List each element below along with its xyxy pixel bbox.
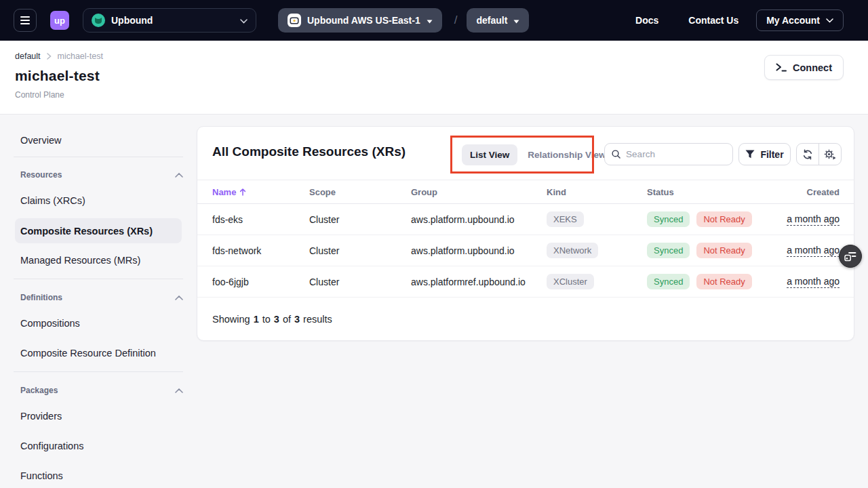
breadcrumb-root[interactable]: default (15, 52, 41, 61)
table-actions (796, 143, 842, 165)
panel-header: All Composite Resources (XRs) List View … (197, 127, 854, 180)
sidebar-section-resources[interactable]: Resources (20, 168, 183, 182)
path-separator: / (454, 14, 458, 27)
divider (14, 371, 183, 372)
list-view-tab[interactable]: List View (462, 144, 517, 165)
sidebar-item-xrd[interactable]: Composite Resource Definition (20, 345, 197, 361)
hamburger-menu-button[interactable] (14, 9, 37, 32)
cell-created: a month ago (783, 245, 840, 257)
cell-status: Synced Not Ready (647, 243, 783, 258)
search-icon (612, 149, 620, 159)
page-header: default michael-test michael-test Contro… (0, 41, 868, 115)
not-ready-badge: Not Ready (696, 211, 751, 227)
sort-ascending-icon (239, 188, 246, 196)
page-title: michael-test (15, 68, 100, 84)
sidebar-item-managed-resources[interactable]: Managed Resources (MRs) (20, 252, 197, 268)
cell-kind: XCluster (547, 274, 647, 289)
composite-resources-panel: All Composite Resources (XRs) List View … (197, 126, 854, 341)
results-total: 3 (294, 314, 300, 325)
breadcrumb: default michael-test (15, 52, 103, 61)
created-tooltip-link[interactable]: a month ago (787, 214, 840, 226)
cell-kind: XNetwork (547, 243, 647, 258)
filter-button[interactable]: Filter (738, 143, 791, 165)
chevron-up-icon (175, 173, 183, 178)
chevron-up-icon (175, 388, 183, 393)
cell-group: aws.platformref.upbound.io (411, 277, 547, 287)
page-subtitle: Control Plane (15, 90, 64, 100)
relationship-view-tab[interactable]: Relationship View (519, 144, 614, 165)
breadcrumb-current: michael-test (58, 52, 103, 61)
cell-status: Synced Not Ready (647, 274, 783, 289)
search-input[interactable] (626, 149, 726, 159)
sidebar-item-compositions[interactable]: Compositions (20, 315, 197, 331)
created-tooltip-link[interactable]: a month ago (787, 276, 840, 288)
chevron-right-icon (47, 53, 52, 60)
cell-scope: Cluster (309, 245, 411, 256)
organization-avatar-icon (92, 14, 105, 27)
results-from: 1 (254, 314, 259, 325)
sidebar-item-overview[interactable]: Overview (20, 132, 197, 148)
my-account-label: My Account (766, 15, 820, 26)
cell-name: foo-6jgjb (212, 277, 309, 287)
not-ready-badge: Not Ready (696, 274, 751, 289)
caret-down-icon (427, 15, 433, 26)
chevron-down-icon (240, 15, 248, 26)
synced-badge: Synced (647, 243, 690, 258)
top-navbar: up Upbound Upbound AWS US-East-1 / defau… (0, 0, 868, 41)
gear-play-icon (824, 149, 836, 160)
cell-group: aws.platform.upbound.io (411, 245, 547, 256)
organization-selector-label: Upbound (111, 15, 153, 26)
table-row[interactable]: fds-eks Cluster aws.platform.upbound.io … (197, 204, 854, 235)
results-to: 3 (274, 314, 279, 325)
control-plane-icon (288, 14, 301, 27)
sidebar-item-functions[interactable]: Functions (20, 468, 197, 484)
group-selector[interactable]: default (467, 8, 529, 33)
auto-refresh-settings-button[interactable] (818, 144, 841, 165)
cell-created: a month ago (783, 276, 840, 288)
cell-name: fds-network (212, 245, 309, 256)
synced-badge: Synced (647, 211, 690, 227)
column-header-kind[interactable]: Kind (547, 187, 647, 197)
divider (14, 279, 183, 279)
caret-down-icon (513, 15, 519, 26)
sidebar-item-claims[interactable]: Claims (XRCs) (20, 192, 197, 209)
group-selector-label: default (476, 15, 507, 26)
refresh-button[interactable] (797, 144, 818, 165)
table-row[interactable]: fds-network Cluster aws.platform.upbound… (197, 235, 854, 266)
sidebar-section-definitions[interactable]: Definitions (20, 291, 183, 304)
hamburger-icon (20, 16, 30, 18)
created-tooltip-link[interactable]: a month ago (787, 245, 840, 257)
sidebar-item-providers[interactable]: Providers (20, 408, 197, 424)
column-header-created[interactable]: Created (783, 187, 840, 197)
upbound-logo[interactable]: up (50, 11, 69, 30)
contact-us-link[interactable]: Contact Us (688, 15, 738, 26)
connect-label: Connect (793, 62, 832, 73)
column-header-scope[interactable]: Scope (309, 187, 411, 197)
column-header-group[interactable]: Group (411, 187, 547, 197)
sidebar-item-composite-resources[interactable]: Composite Resources (XRs) (15, 218, 182, 243)
cell-group: aws.platform.upbound.io (411, 214, 547, 225)
cell-name: fds-eks (212, 214, 309, 225)
results-summary: Showing 1 to 3 of 3 results (197, 298, 854, 340)
floating-widget-button[interactable] (839, 245, 862, 268)
connect-button[interactable]: Connect (764, 55, 844, 80)
panel-title: All Composite Resources (XRs) (212, 144, 406, 159)
table-header-row: Name Scope Group Kind Status Created (197, 180, 854, 204)
control-plane-selector[interactable]: Upbound AWS US-East-1 (278, 8, 442, 33)
terminal-icon (776, 63, 787, 72)
control-plane-selector-label: Upbound AWS US-East-1 (307, 15, 420, 26)
table-row[interactable]: foo-6jgjb Cluster aws.platformref.upboun… (197, 266, 854, 298)
docs-link[interactable]: Docs (635, 15, 658, 26)
sidebar-section-packages[interactable]: Packages (20, 384, 183, 397)
divider (14, 157, 183, 157)
search-box (604, 143, 733, 165)
chevron-down-icon (826, 18, 833, 23)
my-account-button[interactable]: My Account (756, 9, 844, 31)
organization-selector[interactable]: Upbound (83, 8, 256, 33)
column-header-name[interactable]: Name (212, 187, 309, 197)
kind-badge: XEKS (547, 211, 584, 227)
sidebar-item-configurations[interactable]: Configurations (20, 438, 197, 454)
kind-badge: XNetwork (547, 243, 598, 258)
column-header-status[interactable]: Status (647, 187, 783, 197)
filter-icon (745, 150, 755, 159)
